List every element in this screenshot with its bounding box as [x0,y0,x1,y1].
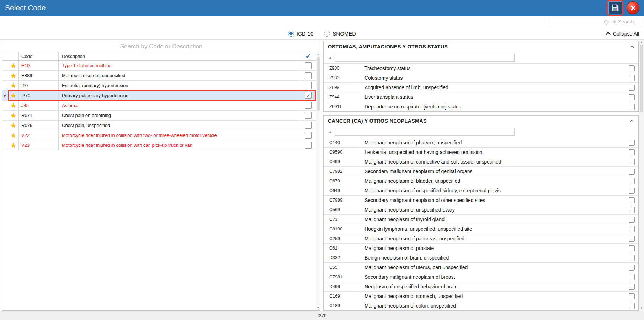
favorite-star-icon[interactable]: ★ [10,63,16,69]
scroll-down-arrow[interactable]: ▼ [640,306,643,311]
favorite-star-icon[interactable]: ★ [10,142,16,149]
code-description-search-input[interactable] [2,41,320,52]
row-checkbox[interactable] [305,122,312,129]
row-description: Essential (primary) hypertension [59,81,300,90]
row-checkbox[interactable] [629,149,635,155]
row-checkbox[interactable] [305,102,312,109]
code-row[interactable]: ★ R079 Chest pain, unspecified [2,121,316,130]
favorite-star-icon[interactable]: ★ [10,82,16,89]
favorite-star-icon[interactable]: ★ [10,73,16,79]
left-table-header: Code Description ✔ [2,52,316,61]
radio-icd10-circle [288,31,294,37]
favorite-star-icon[interactable]: ★ [10,92,16,99]
group-search-input[interactable] [335,128,515,136]
row-checkbox[interactable]: ✔ [305,92,312,99]
code-row[interactable]: ★ V22 Motorcycle rider injured in collis… [2,130,316,140]
scrollbar-thumb[interactable] [640,45,643,112]
scroll-up-arrow[interactable]: ▲ [640,40,643,45]
favorite-star-icon[interactable]: ★ [10,112,16,119]
row-checkbox[interactable] [629,94,635,100]
group-code-row[interactable]: C499 Malignant neoplasm of connective an… [324,157,638,166]
row-checkbox[interactable] [629,178,635,184]
group-header[interactable]: CANCER (CA) Y OTROS NEOPLASMAS [324,116,638,126]
collapse-all-button[interactable]: Collapse All [605,28,639,39]
group-code-row[interactable]: C569 Malignant neoplasm of unspecified o… [324,205,638,214]
group-code-row[interactable]: C169 Malignant neoplasm of stomach, unsp… [324,291,638,301]
group-code-row[interactable]: D332 Benign neoplasm of brain, unspecifi… [324,253,638,262]
group-code-row[interactable]: Z9911 Dependence on respirator [ventilat… [324,102,638,111]
group-header[interactable]: OSTOMIAS, AMPUTACIONES Y OTROS STATUS [324,41,638,52]
group-search-input[interactable] [335,54,515,62]
save-button[interactable] [608,1,622,14]
row-checkbox[interactable] [629,140,635,146]
group-code-row[interactable]: C649 Malignant neoplasm of unspecified k… [324,186,638,195]
radio-snomed[interactable]: SNOMED [324,31,356,37]
group-code-row[interactable]: C679 Malignant neoplasm of bladder, unsp… [324,176,638,186]
group-code-row[interactable]: C7982 Secondary malignant neoplasm of ge… [324,166,638,176]
row-description: Malignant neoplasm of stomach, unspecifi… [361,292,625,301]
row-checkbox[interactable] [629,65,635,71]
group-code-row[interactable]: C7981 Secondary malignant neoplasm of br… [324,272,638,282]
radio-icd10[interactable]: ICD-10 [288,31,314,37]
group-code-row[interactable]: Z944 Liver transplant status [324,92,638,102]
favorite-star-icon[interactable]: ★ [10,122,16,129]
row-checkbox[interactable] [629,284,635,290]
group-code-row[interactable]: Z930 Tracheostomy status [324,63,638,73]
group-code-row[interactable]: C140 Malignant neoplasm of pharynx, unsp… [324,138,638,147]
row-checkbox[interactable] [629,245,635,251]
code-row[interactable]: ★ E889 Metabolic disorder, unspecified [2,71,316,81]
group-code-row[interactable]: C73 Malignant neoplasm of thyroid gland [324,214,638,224]
group-code-row[interactable]: D496 Neoplasm of unspecified behavior of… [324,282,638,291]
row-checkbox[interactable] [629,169,635,175]
collapse-group-icon[interactable] [629,45,634,48]
row-checkbox[interactable] [629,207,635,213]
row-checkbox[interactable] [629,104,635,110]
row-checkbox[interactable] [305,112,312,119]
row-description: Leukemia, unspecified not having achieve… [361,148,625,157]
group-code-row[interactable]: Z933 Colostomy status [324,73,638,82]
row-checkbox[interactable] [629,197,635,203]
code-row[interactable]: ★ V23 Motorcycle rider injured in collis… [2,140,316,150]
row-checkbox[interactable] [629,188,635,194]
group-code-row[interactable]: C9590 Leukemia, unspecified not having a… [324,147,638,157]
row-checkbox[interactable] [305,142,312,149]
code-row[interactable]: ★ I10 Essential (primary) hypertension [2,81,316,91]
scrollbar-thumb[interactable] [317,57,320,111]
row-checkbox[interactable] [629,85,635,91]
code-group: CANCER (CA) Y OTROS NEOPLASMAS C140 Mali… [323,115,639,311]
group-code-row[interactable]: C55 Malignant neoplasm of uterus, part u… [324,262,638,272]
collapse-group-icon[interactable] [629,119,634,123]
row-code: C7982 [324,167,361,176]
code-row[interactable]: ★ J45 Asthma [2,101,316,111]
group-code-row[interactable]: C61 Malignant neoplasm of prostate [324,243,638,253]
code-row[interactable]: ★ R071 Chest pain on breathing [2,111,316,121]
favorite-star-icon[interactable]: ★ [10,102,16,109]
group-code-row[interactable]: C189 Malignant neoplasm of colon, unspec… [324,301,638,310]
scroll-down-arrow[interactable]: ▼ [317,305,320,310]
row-checkbox[interactable] [629,75,635,81]
group-code-row[interactable]: Z899 Acquired absence of limb, unspecifi… [324,82,638,92]
scroll-up-arrow[interactable]: ▲ [317,52,320,57]
row-checkbox[interactable] [629,255,635,261]
row-checkbox[interactable] [305,62,312,69]
group-code-row[interactable]: C8190 Hodgkin lymphoma, unspecified, uns… [324,224,638,234]
row-checkbox[interactable] [629,236,635,242]
close-button[interactable] [627,2,639,14]
row-checkbox[interactable] [305,132,312,139]
titlebar-actions [608,1,640,14]
group-code-row[interactable]: C7989 Secondary malignant neoplasm of ot… [324,195,638,205]
row-checkbox[interactable] [629,159,635,165]
row-checkbox[interactable] [629,265,635,271]
code-row[interactable]: ★ E10 Type 1 diabetes mellitus [2,61,316,71]
row-checkbox[interactable] [629,217,635,223]
row-checkbox[interactable] [629,226,635,232]
row-checkbox[interactable] [629,274,635,280]
row-checkbox[interactable] [305,72,312,79]
quick-search-input[interactable] [552,17,640,26]
group-code-row[interactable]: C259 Malignant neoplasm of pancreas, uns… [324,234,638,243]
row-checkbox[interactable] [629,303,635,309]
code-row[interactable]: ▸ ★ I270 Primary pulmonary hypertension … [2,91,316,101]
favorite-star-icon[interactable]: ★ [10,132,16,139]
row-checkbox[interactable] [305,82,312,89]
row-checkbox[interactable] [629,293,635,299]
